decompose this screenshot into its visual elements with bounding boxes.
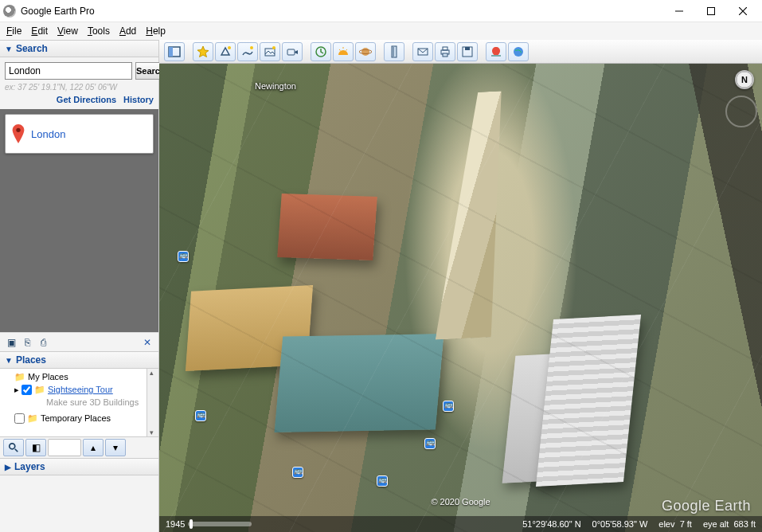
temp-places-checkbox[interactable]	[14, 413, 25, 424]
toggle-sidebar-button[interactable]	[164, 42, 185, 61]
svg-rect-19	[465, 47, 470, 50]
toolbar	[159, 40, 762, 64]
status-lat: 51°29'48.60" N	[522, 519, 580, 529]
get-directions-link[interactable]: Get Directions	[57, 95, 116, 104]
print-button[interactable]	[435, 42, 455, 61]
opacity-slider[interactable]	[48, 439, 81, 456]
find-tool-button[interactable]	[3, 439, 24, 456]
time-from-label: 1945	[166, 519, 185, 529]
minimize-button[interactable]	[663, 0, 695, 22]
transit-icon[interactable]	[178, 251, 189, 262]
sightseeing-checkbox[interactable]	[21, 385, 32, 395]
svg-rect-17	[443, 53, 447, 57]
transit-icon[interactable]	[443, 401, 454, 412]
sunlight-button[interactable]	[333, 42, 354, 61]
menu-tools[interactable]: Tools	[88, 25, 110, 37]
my-places-item[interactable]: My Places	[28, 372, 68, 381]
sightseeing-item[interactable]: Sightseeing Tour	[48, 385, 113, 394]
app-icon	[3, 5, 16, 18]
copyright-label: © 2020 Google	[431, 497, 490, 507]
search-hint: ex: 37 25' 19.1"N, 122 05' 06"W	[5, 83, 154, 92]
save-places-icon[interactable]: ▣	[5, 336, 18, 349]
email-button[interactable]	[412, 42, 433, 61]
time-slider[interactable]: 1945	[166, 519, 252, 529]
polygon-button[interactable]	[215, 42, 236, 61]
layers-panel-title: Layers	[14, 461, 45, 472]
earth-view-button[interactable]	[508, 42, 529, 61]
image-overlay-button[interactable]	[260, 42, 280, 61]
building-tower	[436, 90, 518, 340]
building	[536, 315, 641, 487]
menu-edit[interactable]: Edit	[31, 25, 48, 37]
sidebar: ▼ Search Search ex: 37 25' 19.1"N, 122 0…	[0, 40, 159, 532]
svg-point-8	[272, 46, 275, 49]
svg-rect-9	[287, 49, 295, 55]
record-tour-button[interactable]	[282, 42, 303, 61]
building	[275, 334, 444, 432]
history-link[interactable]: History	[123, 95, 154, 104]
transit-icon[interactable]	[292, 467, 303, 478]
view-maps-button[interactable]	[486, 42, 506, 61]
expand-icon: ▶	[5, 463, 11, 471]
placemark-button[interactable]	[193, 42, 213, 61]
clear-results-icon[interactable]: ✕	[141, 336, 154, 349]
temporary-places-item[interactable]: Temporary Places	[41, 413, 111, 423]
svg-rect-4	[169, 47, 173, 57]
search-panel-header[interactable]: ▼ Search	[0, 40, 158, 57]
building	[186, 285, 313, 371]
svg-point-1	[16, 128, 20, 132]
building	[278, 194, 378, 260]
places-tree[interactable]: 📁My Places ▸📁Sightseeing Tour Make sure …	[0, 369, 158, 437]
transit-icon[interactable]	[424, 438, 436, 449]
map-viewport[interactable]: Newington © 2020 Google Google Earth N 1…	[159, 64, 762, 532]
search-panel-title: Search	[16, 43, 48, 54]
transit-icon[interactable]	[195, 410, 206, 421]
path-button[interactable]	[237, 42, 258, 61]
places-panel-header[interactable]: ▼ Places	[0, 351, 158, 369]
status-eye-label: eye alt	[703, 519, 729, 529]
search-tools: ▣ ⎘ ⎙ ✕	[0, 332, 158, 351]
transit-icon[interactable]	[377, 475, 388, 487]
places-scrollbar[interactable]	[147, 369, 158, 436]
places-footer: ◧ ▴ ▾	[0, 437, 158, 458]
expand-icon[interactable]: ▸	[14, 385, 19, 395]
svg-point-5	[228, 46, 231, 49]
folder-icon: 📁	[34, 385, 45, 395]
folder-icon: 📁	[27, 413, 38, 424]
layers-panel-header[interactable]: ▶ Layers	[0, 458, 158, 475]
svg-point-21	[514, 47, 523, 57]
collapse-icon: ▼	[5, 356, 13, 365]
compass-button[interactable]: N	[735, 70, 754, 89]
play-down-button[interactable]: ▾	[105, 439, 126, 456]
sightseeing-note: Make sure 3D Buildings	[46, 397, 139, 407]
planet-button[interactable]	[355, 42, 376, 61]
menu-add[interactable]: Add	[119, 25, 136, 37]
status-lon: 0°05'58.93" W	[592, 519, 648, 529]
search-result-item[interactable]: London	[5, 114, 154, 154]
building	[502, 353, 572, 483]
close-button[interactable]	[727, 0, 759, 22]
menu-file[interactable]: File	[6, 25, 21, 37]
search-input[interactable]	[5, 62, 132, 80]
collapse-icon: ▼	[5, 45, 13, 53]
menubar: File Edit View Tools Add Help	[0, 22, 762, 40]
save-image-button[interactable]	[457, 42, 478, 61]
copy-icon[interactable]: ⎘	[21, 336, 33, 349]
play-up-button[interactable]: ▴	[83, 439, 104, 456]
svg-rect-20	[491, 55, 501, 57]
menu-view[interactable]: View	[57, 25, 78, 37]
status-elev-label: elev	[658, 519, 674, 529]
ruler-button[interactable]	[384, 42, 404, 61]
svg-point-6	[250, 46, 253, 49]
search-result-label[interactable]: London	[31, 128, 65, 140]
print-icon[interactable]: ⎙	[37, 336, 49, 349]
panel-tool-button[interactable]: ◧	[25, 439, 46, 456]
history-imagery-button[interactable]	[311, 42, 331, 61]
folder-icon: 📁	[14, 372, 25, 382]
menu-help[interactable]: Help	[146, 25, 166, 37]
railway	[669, 64, 762, 532]
main-area: Newington © 2020 Google Google Earth N 1…	[159, 40, 762, 532]
maximize-button[interactable]	[695, 0, 727, 22]
svg-rect-16	[443, 47, 447, 50]
nav-wheel[interactable]	[725, 96, 757, 127]
